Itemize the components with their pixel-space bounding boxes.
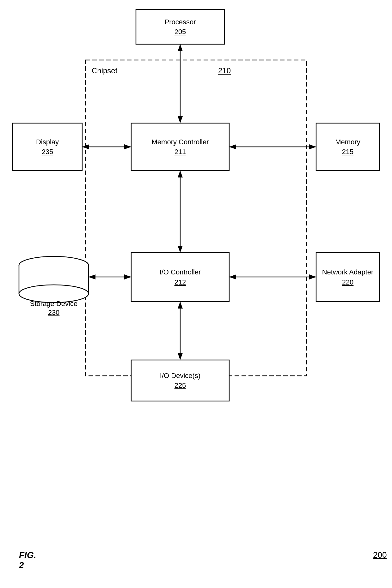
memory-controller-label: Memory Controller bbox=[152, 138, 209, 147]
svg-marker-5 bbox=[178, 116, 183, 123]
svg-marker-6 bbox=[178, 44, 183, 51]
svg-text:210: 210 bbox=[218, 66, 231, 75]
memory-box: Memory 215 bbox=[316, 123, 379, 171]
svg-marker-34 bbox=[178, 302, 183, 309]
network-adapter-box: Network Adapter 220 bbox=[316, 253, 379, 302]
network-adapter-label: Network Adapter bbox=[322, 268, 374, 277]
display-box: Display 235 bbox=[13, 123, 82, 171]
svg-marker-11 bbox=[229, 144, 236, 149]
processor-number: 205 bbox=[175, 28, 186, 36]
memory-controller-number: 211 bbox=[175, 148, 186, 156]
processor-box: Processor 205 bbox=[136, 9, 224, 44]
svg-marker-15 bbox=[124, 144, 131, 149]
memory-controller-box: Memory Controller 211 bbox=[131, 123, 229, 171]
storage-device-label: Storage Device bbox=[30, 300, 77, 308]
memory-number: 215 bbox=[342, 148, 354, 156]
svg-marker-30 bbox=[89, 274, 95, 279]
svg-marker-10 bbox=[309, 144, 316, 149]
storage-device-text: Storage Device 230 bbox=[19, 299, 89, 317]
memory-label: Memory bbox=[335, 138, 360, 147]
io-devices-box: I/O Device(s) 225 bbox=[131, 360, 229, 401]
display-number: 235 bbox=[42, 148, 53, 156]
svg-marker-23 bbox=[229, 274, 236, 279]
svg-marker-18 bbox=[178, 171, 183, 177]
processor-label: Processor bbox=[164, 18, 196, 27]
io-controller-number: 212 bbox=[175, 278, 186, 286]
io-devices-label: I/O Device(s) bbox=[160, 371, 200, 381]
network-adapter-number: 220 bbox=[342, 278, 354, 286]
svg-marker-17 bbox=[178, 246, 183, 253]
diagram: Chipset 210 bbox=[0, 0, 392, 588]
io-devices-number: 225 bbox=[175, 381, 186, 390]
svg-marker-31 bbox=[124, 274, 131, 279]
svg-text:Chipset: Chipset bbox=[92, 66, 118, 75]
svg-marker-33 bbox=[178, 353, 183, 360]
io-controller-box: I/O Controller 212 bbox=[131, 253, 229, 302]
io-controller-label: I/O Controller bbox=[160, 268, 201, 277]
display-label: Display bbox=[36, 138, 59, 147]
svg-rect-0 bbox=[85, 60, 307, 376]
storage-device-number: 230 bbox=[48, 309, 60, 316]
svg-marker-22 bbox=[309, 274, 316, 279]
